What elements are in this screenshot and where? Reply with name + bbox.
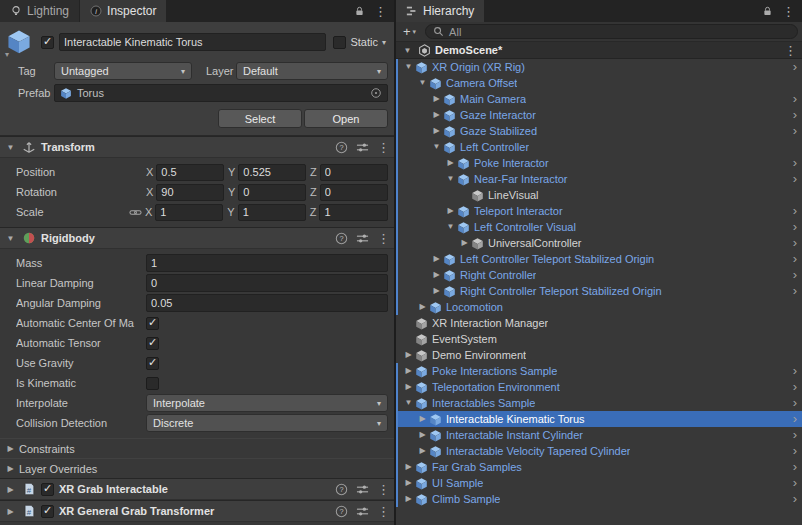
scene-header[interactable]: ▼ DemoScene* ⋮	[396, 42, 802, 59]
hierarchy-row[interactable]: EventSystem	[396, 331, 802, 347]
help-icon[interactable]: ?	[335, 232, 348, 245]
open-prefab-arrow[interactable]: ›	[793, 60, 797, 74]
foldout-arrow[interactable]: ▶	[402, 379, 415, 395]
open-prefab-arrow[interactable]: ›	[793, 428, 797, 442]
open-prefab-arrow[interactable]: ›	[793, 204, 797, 218]
foldout-arrow[interactable]: ▶	[416, 411, 429, 427]
field-input[interactable]	[146, 254, 388, 272]
tab-hierarchy[interactable]: Hierarchy	[396, 0, 484, 22]
scale-z-input[interactable]	[319, 204, 388, 221]
field-checkbox[interactable]	[146, 377, 159, 390]
foldout-arrow[interactable]: ▶	[416, 443, 429, 459]
hierarchy-row[interactable]: ▶UI Sample›	[396, 475, 802, 491]
hierarchy-row[interactable]: ▼Camera Offset	[396, 75, 802, 91]
foldout-arrow[interactable]: ▶	[416, 299, 429, 315]
hierarchy-row[interactable]: LineVisual	[396, 187, 802, 203]
open-prefab-arrow[interactable]: ›	[793, 108, 797, 122]
open-prefab-arrow[interactable]: ›	[793, 364, 797, 378]
field-dropdown[interactable]: Interpolate▾	[146, 394, 388, 412]
open-prefab-arrow[interactable]: ›	[793, 220, 797, 234]
foldout-arrow[interactable]: ▶	[430, 91, 443, 107]
hierarchy-row[interactable]: ▶Far Grab Samples›	[396, 459, 802, 475]
kebab-menu-icon[interactable]: ⋮	[377, 141, 390, 154]
kebab-menu-icon[interactable]: ⋮	[377, 483, 390, 496]
prefab-select-button[interactable]: Select	[218, 109, 302, 128]
link-scale-icon[interactable]	[129, 206, 142, 219]
foldout-arrow[interactable]: ▶	[4, 507, 17, 516]
foldout-arrow[interactable]: ▶	[4, 444, 17, 453]
hierarchy-row[interactable]: ▶Climb Sample›	[396, 491, 802, 507]
open-prefab-arrow[interactable]: ›	[793, 236, 797, 250]
position-x-input[interactable]	[156, 164, 224, 181]
hierarchy-row[interactable]: ▶Interactable Velocity Tapered Cylinder›	[396, 443, 802, 459]
layer-overrides-foldout[interactable]: ▶ Layer Overrides	[0, 458, 394, 478]
foldout-arrow[interactable]: ▶	[416, 427, 429, 443]
foldout-arrow[interactable]: ▶	[4, 485, 17, 494]
static-checkbox[interactable]	[333, 36, 346, 49]
add-gameobject-button[interactable]: + ▾	[400, 24, 419, 39]
hierarchy-row[interactable]: ▶Locomotion	[396, 299, 802, 315]
open-prefab-arrow[interactable]: ›	[793, 268, 797, 282]
position-y-input[interactable]	[238, 164, 306, 181]
foldout-arrow[interactable]: ▶	[444, 155, 457, 171]
hierarchy-row[interactable]: ▶Teleport Interactor›	[396, 203, 802, 219]
open-prefab-arrow[interactable]: ›	[793, 396, 797, 410]
tag-dropdown[interactable]: Untagged ▾	[54, 62, 192, 80]
prefab-picker-icon[interactable]	[370, 87, 382, 99]
tab-lighting[interactable]: Lighting	[0, 0, 79, 22]
rigidbody-header[interactable]: ▼ Rigidbody ? ⋮	[0, 227, 394, 249]
open-prefab-arrow[interactable]: ›	[793, 252, 797, 266]
foldout-arrow[interactable]: ▶	[402, 363, 415, 379]
presets-icon[interactable]	[356, 505, 369, 518]
hierarchy-row[interactable]: ▶Right Controller›	[396, 267, 802, 283]
hierarchy-row[interactable]: ▶Teleportation Environment›	[396, 379, 802, 395]
hierarchy-search-input[interactable]: All	[425, 24, 798, 39]
position-z-input[interactable]	[320, 164, 388, 181]
rotation-z-input[interactable]	[320, 184, 388, 201]
lock-icon[interactable]	[762, 5, 773, 17]
hierarchy-row[interactable]: ▼XR Origin (XR Rig)›	[396, 59, 802, 75]
kebab-menu-icon[interactable]: ⋮	[782, 5, 795, 18]
foldout-arrow[interactable]: ▶	[430, 107, 443, 123]
hierarchy-row[interactable]: ▶Poke Interactor›	[396, 155, 802, 171]
scale-y-input[interactable]	[238, 204, 306, 221]
foldout-arrow[interactable]: ▶	[430, 123, 443, 139]
lock-icon[interactable]	[354, 5, 365, 17]
open-prefab-arrow[interactable]: ›	[793, 412, 797, 426]
xr-general-grab-transformer-header[interactable]: ▶ # XR General Grab Transformer ? ⋮	[0, 500, 394, 522]
component-enabled-checkbox[interactable]	[41, 505, 54, 518]
hierarchy-row[interactable]: ▶Left Controller Teleport Stabilized Ori…	[396, 251, 802, 267]
hierarchy-row[interactable]: ▼Interactables Sample›	[396, 395, 802, 411]
tab-inspector[interactable]: i Inspector	[80, 0, 166, 22]
xr-grab-interactable-header[interactable]: ▶ # XR Grab Interactable ? ⋮	[0, 478, 394, 500]
foldout-arrow[interactable]: ▶	[4, 464, 17, 473]
open-prefab-arrow[interactable]: ›	[793, 284, 797, 298]
foldout-arrow[interactable]: ▶	[402, 491, 415, 507]
open-prefab-arrow[interactable]: ›	[793, 444, 797, 458]
foldout-arrow[interactable]: ▶	[402, 347, 415, 363]
open-prefab-arrow[interactable]: ›	[793, 476, 797, 490]
foldout-arrow[interactable]: ▶	[430, 267, 443, 283]
help-icon[interactable]: ?	[335, 141, 348, 154]
presets-icon[interactable]	[356, 141, 369, 154]
constraints-foldout[interactable]: ▶ Constraints	[0, 438, 394, 458]
hierarchy-row[interactable]: ▶UniversalController›	[396, 235, 802, 251]
field-checkbox[interactable]	[146, 317, 159, 330]
help-icon[interactable]: ?	[335, 505, 348, 518]
hierarchy-row[interactable]: ▼Left Controller Visual›	[396, 219, 802, 235]
foldout-arrow[interactable]: ▶	[430, 283, 443, 299]
prefab-open-button[interactable]: Open	[304, 109, 388, 128]
foldout-arrow[interactable]: ▶	[444, 203, 457, 219]
kebab-menu-icon[interactable]: ⋮	[784, 44, 797, 57]
prefab-object-field[interactable]: Torus	[54, 84, 388, 102]
gameobject-name-input[interactable]	[59, 33, 326, 51]
rotation-y-input[interactable]	[238, 184, 306, 201]
active-checkbox[interactable]	[41, 36, 54, 49]
foldout-arrow[interactable]: ▼	[444, 171, 457, 187]
foldout-arrow[interactable]: ▶	[430, 251, 443, 267]
kebab-menu-icon[interactable]: ⋮	[374, 5, 387, 18]
hierarchy-row[interactable]: ▶Interactable Kinematic Torus›	[396, 411, 802, 427]
foldout-arrow[interactable]: ▼	[402, 395, 415, 411]
foldout-arrow[interactable]: ▼	[416, 75, 429, 91]
static-dropdown[interactable]: Static ▾	[331, 36, 388, 49]
